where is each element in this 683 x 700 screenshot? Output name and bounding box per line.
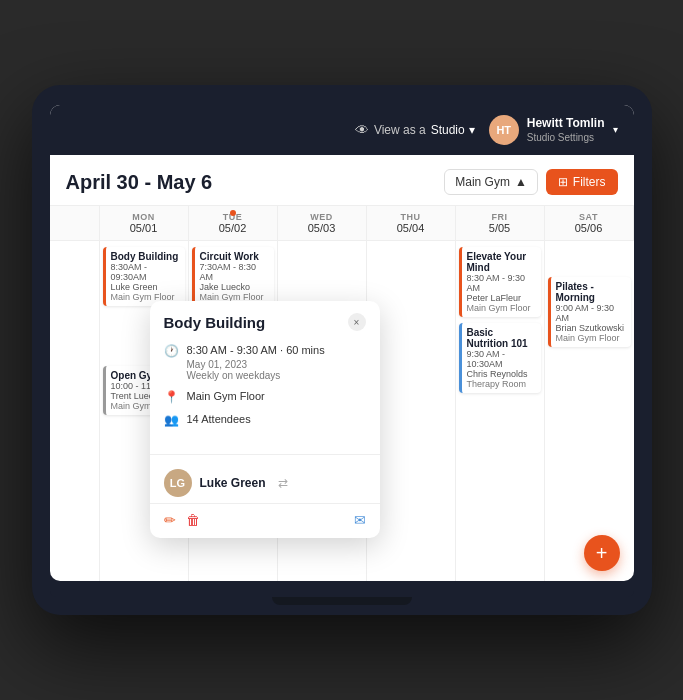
- event-location: Main Gym Floor: [467, 303, 536, 313]
- event-time: 8:30AM - 09:30AM: [111, 262, 180, 282]
- gym-selector[interactable]: Main Gym ▲: [444, 169, 538, 195]
- day-header-sat: SAT 05/06: [545, 206, 634, 240]
- event-popup: Body Building × 🕐 8:30 AM - 9:30 AM · 60…: [150, 301, 380, 537]
- popup-divider: [150, 454, 380, 455]
- user-section[interactable]: HT Hewitt Tomlin Studio Settings ▾: [489, 115, 618, 146]
- event-title: Pilates - Morning: [556, 281, 626, 303]
- popup-attendees-row: 👥 14 Attendees: [164, 412, 366, 427]
- top-nav: 👁 View as a Studio ▾ HT Hewitt Tomlin St…: [50, 105, 634, 156]
- event-time: 7:30AM - 8:30 AM: [200, 262, 269, 282]
- day-date-fri: 5/05: [460, 222, 540, 234]
- day-header-mon: MON 05/01: [100, 206, 189, 240]
- popup-time-row: 🕐 8:30 AM - 9:30 AM · 60 mins May 01, 20…: [164, 343, 366, 380]
- email-icon[interactable]: ✉: [354, 512, 366, 528]
- event-instructor: Jake Luecko: [200, 282, 269, 292]
- day-name-thu: THU: [371, 212, 451, 222]
- event-time: 8:30 AM - 9:30 AM: [467, 273, 536, 293]
- time-header-spacer: [50, 206, 100, 240]
- day-date-wed: 05/03: [282, 222, 362, 234]
- action-icons-left: ✏ 🗑: [164, 512, 200, 528]
- clock-icon: 🕐: [164, 344, 179, 358]
- day-name-fri: FRI: [460, 212, 540, 222]
- laptop-stand: [272, 597, 412, 605]
- delete-icon[interactable]: 🗑: [186, 512, 200, 528]
- day-column-sat: Pilates - Morning 9:00 AM - 9:30 AM Bria…: [545, 241, 634, 581]
- time-column: [50, 241, 100, 581]
- event-pilates-morning[interactable]: Pilates - Morning 9:00 AM - 9:30 AM Bria…: [548, 277, 631, 347]
- day-date-sat: 05/06: [549, 222, 629, 234]
- filters-label: Filters: [573, 175, 606, 189]
- popup-date: May 01, 2023: [187, 359, 325, 370]
- event-basic-nutrition[interactable]: Basic Nutrition 101 9:30 AM - 10:30AM Ch…: [459, 323, 541, 393]
- event-circuit-work[interactable]: Circuit Work 7:30AM - 8:30 AM Jake Lueck…: [192, 247, 274, 306]
- instructor-row: LG Luke Green ⇄: [150, 463, 380, 503]
- screen: 👁 View as a Studio ▾ HT Hewitt Tomlin St…: [50, 105, 634, 582]
- event-body-building[interactable]: Body Building 8:30AM - 09:30AM Luke Gree…: [103, 247, 185, 306]
- day-header-fri: FRI 5/05: [456, 206, 545, 240]
- event-time: 9:00 AM - 9:30 AM: [556, 303, 626, 323]
- day-name-mon: MON: [104, 212, 184, 222]
- gym-selector-label: Main Gym: [455, 175, 510, 189]
- popup-actions: ✏ 🗑 ✉: [150, 503, 380, 538]
- laptop-frame: 👁 View as a Studio ▾ HT Hewitt Tomlin St…: [32, 85, 652, 616]
- calendar-grid: Body Building 8:30AM - 09:30AM Luke Gree…: [50, 241, 634, 581]
- filter-icon: ⊞: [558, 175, 568, 189]
- today-dot: [230, 210, 236, 216]
- popup-attendees: 14 Attendees: [187, 412, 251, 427]
- popup-recurrence: Weekly on weekdays: [187, 370, 325, 381]
- view-as-studio[interactable]: 👁 View as a Studio ▾: [355, 122, 475, 138]
- laptop-base: [50, 589, 634, 597]
- event-title: Body Building: [111, 251, 180, 262]
- popup-header: Body Building ×: [150, 301, 380, 339]
- popup-time: 8:30 AM - 9:30 AM · 60 mins: [187, 343, 325, 358]
- event-elevate-mind[interactable]: Elevate Your Mind 8:30 AM - 9:30 AM Pete…: [459, 247, 541, 317]
- studio-label: Studio: [431, 123, 465, 137]
- header-controls: Main Gym ▲ ⊞ Filters: [444, 169, 617, 195]
- event-title: Circuit Work: [200, 251, 269, 262]
- day-name-sat: SAT: [549, 212, 629, 222]
- location-icon: 📍: [164, 390, 179, 404]
- edit-icon[interactable]: ✏: [164, 512, 176, 528]
- user-info: Hewitt Tomlin Studio Settings: [527, 115, 605, 146]
- event-instructor: Luke Green: [111, 282, 180, 292]
- attendees-icon: 👥: [164, 413, 179, 427]
- event-instructor: Brian Szutkowski: [556, 323, 626, 333]
- instructor-avatar: LG: [164, 469, 192, 497]
- fab-add-button[interactable]: +: [584, 535, 620, 571]
- instructor-name: Luke Green: [200, 476, 266, 490]
- day-header-wed: WED 05/03: [278, 206, 367, 240]
- event-location: Therapy Room: [467, 379, 536, 389]
- event-instructor: Peter LaFleur: [467, 293, 536, 303]
- calendar-header: April 30 - May 6 Main Gym ▲ ⊞ Filters: [50, 155, 634, 205]
- day-column-fri: Elevate Your Mind 8:30 AM - 9:30 AM Pete…: [456, 241, 545, 581]
- day-date-mon: 05/01: [104, 222, 184, 234]
- user-chevron-icon: ▾: [613, 124, 618, 135]
- user-name: Hewitt Tomlin: [527, 115, 605, 132]
- days-header: MON 05/01 TUE 05/02 WED 05/03 THU 05/04 …: [50, 205, 634, 241]
- filters-button[interactable]: ⊞ Filters: [546, 169, 618, 195]
- event-location: Main Gym Floor: [556, 333, 626, 343]
- day-date-tue: 05/02: [193, 222, 273, 234]
- swap-icon[interactable]: ⇄: [278, 476, 288, 490]
- user-settings: Studio Settings: [527, 131, 605, 145]
- popup-location-row: 📍 Main Gym Floor: [164, 389, 366, 404]
- gym-chevron-icon: ▲: [515, 175, 527, 189]
- event-title: Basic Nutrition 101: [467, 327, 536, 349]
- popup-title: Body Building: [164, 314, 266, 331]
- day-date-thu: 05/04: [371, 222, 451, 234]
- eye-icon: 👁: [355, 122, 369, 138]
- popup-location: Main Gym Floor: [187, 389, 265, 404]
- event-title: Elevate Your Mind: [467, 251, 536, 273]
- day-column-thu: [367, 241, 456, 581]
- chevron-down-icon: ▾: [469, 123, 475, 137]
- day-name-wed: WED: [282, 212, 362, 222]
- day-header-thu: THU 05/04: [367, 206, 456, 240]
- avatar: HT: [489, 115, 519, 145]
- popup-close-button[interactable]: ×: [348, 313, 366, 331]
- event-time: 9:30 AM - 10:30AM: [467, 349, 536, 369]
- studio-dropdown[interactable]: Studio ▾: [431, 123, 475, 137]
- popup-body: 🕐 8:30 AM - 9:30 AM · 60 mins May 01, 20…: [150, 339, 380, 445]
- event-instructor: Chris Reynolds: [467, 369, 536, 379]
- popup-card: Body Building × 🕐 8:30 AM - 9:30 AM · 60…: [150, 301, 380, 537]
- view-as-label: View as a: [374, 123, 426, 137]
